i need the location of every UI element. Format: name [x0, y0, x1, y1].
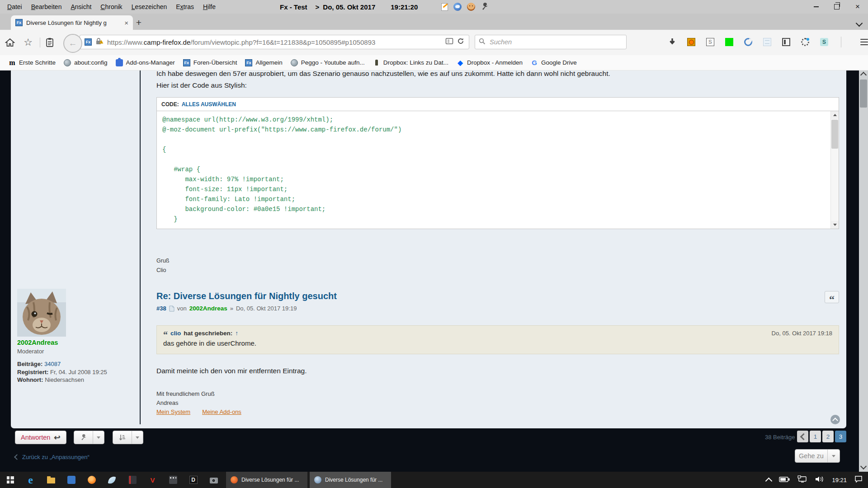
jump-to-quote-icon[interactable]: ↑	[235, 330, 238, 337]
taskbar-clock[interactable]: 19:21	[832, 477, 847, 483]
home-icon[interactable]	[4, 36, 16, 49]
reload-icon[interactable]	[457, 38, 464, 47]
post-title-link[interactable]: Re: Diverse Lösungen für Nightly gesucht	[156, 291, 337, 301]
menu-extras[interactable]: Extras	[171, 1, 198, 13]
d-app-icon[interactable]: D	[183, 472, 203, 488]
search-bar[interactable]	[475, 35, 627, 49]
previous-page-button[interactable]	[797, 431, 808, 442]
menu-lesezeichen[interactable]: Lesezeichen	[127, 1, 172, 13]
notification-icon[interactable]	[854, 475, 863, 484]
bookmark-item[interactable]: Add-ons-Manager	[112, 58, 179, 68]
posts-count-link[interactable]: 34087	[44, 361, 61, 367]
sync-icon[interactable]	[744, 38, 752, 46]
menu-hilfe[interactable]: Hilfe	[198, 1, 220, 13]
close-button[interactable]: ×	[847, 0, 868, 14]
restore-button[interactable]	[826, 0, 847, 14]
quote-post-button[interactable]: “	[825, 291, 839, 303]
scrollbar-thumb[interactable]	[831, 120, 838, 149]
pale-panel-icon[interactable]	[763, 38, 771, 46]
post-author-name[interactable]: 2002Andreas	[17, 339, 58, 346]
stylish-icon[interactable]: S	[706, 38, 714, 46]
menu-ansicht[interactable]: Ansicht	[66, 1, 96, 13]
bookmark-item[interactable]: Peggo - Youtube aufn...	[287, 58, 369, 68]
bookmark-item[interactable]: GGoogle Drive	[527, 58, 581, 68]
taskbar-window-button-active[interactable]: Diverse Lösungen für ...	[310, 472, 391, 488]
notes-icon[interactable]	[441, 3, 448, 11]
firefox-icon[interactable]	[81, 472, 102, 488]
dropdown-caret-icon[interactable]	[827, 450, 840, 462]
search-input[interactable]	[489, 38, 623, 46]
page-button-3[interactable]: 3	[835, 431, 846, 442]
sort-button[interactable]	[113, 431, 143, 444]
battery-icon[interactable]	[779, 476, 790, 484]
scrollbar-thumb[interactable]	[860, 80, 867, 108]
post-number-link[interactable]: #38	[156, 305, 166, 312]
code-scrollbar[interactable]	[830, 111, 839, 229]
menu-datei[interactable]: Datei	[3, 1, 27, 13]
back-icon[interactable]: ←	[63, 34, 82, 53]
network-icon[interactable]	[797, 475, 807, 484]
browser-scrollbar[interactable]	[859, 70, 868, 472]
blue-app-icon[interactable]	[61, 472, 81, 488]
start-button[interactable]	[0, 472, 20, 488]
menu-icon[interactable]	[860, 39, 868, 46]
bookmark-item[interactable]: Dropbox: Links zu Dat...	[369, 58, 453, 68]
back-to-top-icon[interactable]	[830, 415, 840, 424]
select-all-link[interactable]: ALLES AUSWÄHLEN	[182, 101, 236, 108]
scroll-up-icon[interactable]	[860, 72, 867, 78]
tab-active[interactable]: Fx Diverse Lösungen für Nightly g ×	[11, 15, 133, 30]
thunderbird-icon[interactable]	[453, 3, 462, 11]
settings-dots-icon[interactable]	[801, 38, 809, 46]
monkey-icon[interactable]	[467, 3, 475, 11]
page-button-1[interactable]: 1	[810, 431, 821, 442]
window-panel-icon[interactable]	[782, 38, 790, 46]
quote-author-link[interactable]: clio	[170, 330, 181, 337]
bookmark-star-icon[interactable]: ☆	[22, 36, 34, 49]
feather-app-icon[interactable]	[102, 472, 122, 488]
red-v-app-icon[interactable]: V	[142, 472, 163, 488]
bookmark-item[interactable]: mErste Schritte	[5, 58, 60, 68]
dropdown-caret-icon[interactable]	[132, 431, 143, 444]
goto-button[interactable]: Gehe zu	[795, 449, 840, 463]
mein-system-link[interactable]: Mein System	[156, 408, 190, 415]
camera-app-icon[interactable]	[203, 472, 224, 488]
post-author-link[interactable]: 2002Andreas	[189, 305, 227, 312]
bookmark-item[interactable]: FxAllgemein	[241, 58, 286, 68]
clipboard-icon[interactable]	[43, 36, 56, 49]
meine-addons-link[interactable]: Meine Add-ons	[202, 408, 241, 415]
bookmark-item[interactable]: about:config	[60, 58, 112, 68]
edge-icon[interactable]: e	[20, 472, 41, 488]
download-icon[interactable]	[668, 38, 676, 46]
page-button-2[interactable]: 2	[822, 431, 834, 442]
volume-icon[interactable]	[815, 476, 824, 484]
post-page-icon[interactable]	[169, 305, 175, 312]
menu-chronik[interactable]: Chronik	[96, 1, 127, 13]
tab-close-icon[interactable]: ×	[124, 19, 128, 27]
list-all-tabs-icon[interactable]	[856, 20, 863, 27]
bookmark-item[interactable]: ◆Dropbox - Anmelden	[453, 58, 527, 68]
tray-expand-icon[interactable]	[765, 477, 773, 484]
notebook-app-icon[interactable]	[122, 472, 142, 488]
scroll-down-icon[interactable]	[831, 221, 839, 229]
addon-orange-icon[interactable]	[687, 38, 695, 46]
minimize-button[interactable]	[806, 0, 826, 14]
sort-icon[interactable]	[113, 431, 132, 444]
new-tab-button[interactable]: +	[132, 16, 146, 29]
taskbar-window-button[interactable]: Diverse Lösungen für ...	[226, 472, 307, 488]
scroll-down-icon[interactable]	[860, 463, 867, 469]
explorer-folder-icon[interactable]	[41, 472, 61, 488]
reader-mode-icon[interactable]	[445, 38, 453, 47]
film-app-icon[interactable]	[163, 472, 183, 488]
url-bar[interactable]: Fx ! https://www.camp-firefox.de/forum/v…	[80, 35, 469, 49]
back-to-forum-link[interactable]: Zurück zu „Anpassungen“	[15, 454, 90, 460]
bookmark-item[interactable]: FxForen-Übersicht	[179, 58, 241, 68]
session-manager-icon[interactable]: S	[820, 38, 828, 46]
wrench-icon[interactable]	[481, 3, 489, 11]
lock-warning-icon[interactable]: !	[95, 38, 104, 47]
topic-tools-button[interactable]	[74, 431, 104, 444]
scroll-up-icon[interactable]	[831, 111, 839, 119]
dropdown-caret-icon[interactable]	[93, 431, 104, 444]
reply-button[interactable]: Antworten ↩	[15, 431, 66, 444]
menu-bearbeiten[interactable]: Bearbeiten	[27, 1, 66, 13]
green-square-icon[interactable]	[725, 38, 733, 46]
